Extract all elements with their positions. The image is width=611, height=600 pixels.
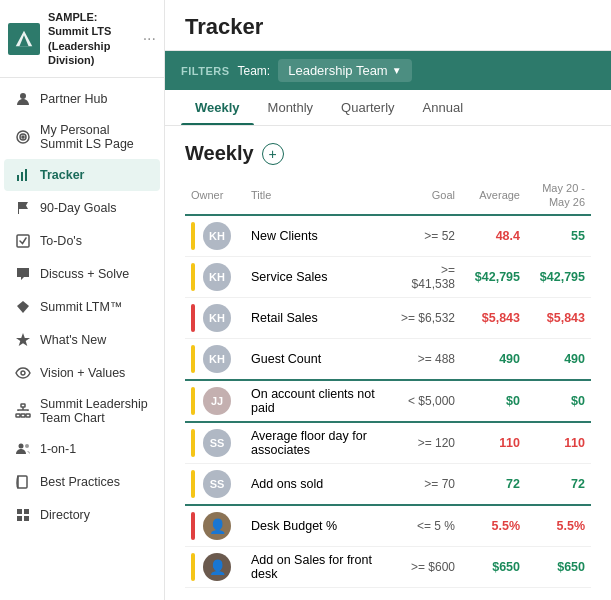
sidebar-item-vision-values[interactable]: Vision + Values	[4, 357, 160, 389]
row-average: $42,795	[461, 256, 526, 297]
row-goal: <= 5 %	[391, 505, 461, 547]
team-filter-select[interactable]: Leadership Team ▼	[278, 59, 411, 82]
row-weekly-value: $42,795	[526, 256, 591, 297]
tab-monthly[interactable]: Monthly	[254, 90, 328, 125]
star-icon	[14, 331, 32, 349]
filters-label: FILTERS	[181, 65, 230, 77]
main-content: Tracker FILTERS Team: Leadership Team ▼ …	[165, 0, 611, 600]
table-row: SSAverage floor day for associates>= 120…	[185, 422, 591, 464]
col-header-date: May 20 - May 26	[526, 177, 591, 215]
svg-rect-8	[21, 404, 25, 407]
sidebar-item-best-practices[interactable]: Best Practices	[4, 466, 160, 498]
sidebar-item-directory[interactable]: Directory	[4, 499, 160, 531]
owner-cell: SS	[185, 422, 245, 464]
sidebar-item-my-personal-summit[interactable]: My Personal Summit LS Page	[4, 116, 160, 158]
priority-indicator	[191, 512, 195, 540]
sidebar-item-partner-hub[interactable]: Partner Hub	[4, 83, 160, 115]
avatar: SS	[203, 429, 231, 457]
table-row: 👤Add on Sales for front desk>= $600$650$…	[185, 546, 591, 587]
row-average: 5.5%	[461, 505, 526, 547]
sidebar-item-whats-new[interactable]: What's New	[4, 324, 160, 356]
tab-weekly[interactable]: Weekly	[181, 90, 254, 125]
row-goal: >= 488	[391, 338, 461, 380]
sidebar-header: SAMPLE: Summit LTS (Leadership Division)…	[0, 0, 164, 78]
owner-cell: KH	[185, 256, 245, 297]
owner-cell: KH	[185, 338, 245, 380]
row-goal: >= $6,532	[391, 297, 461, 338]
section-header: Weekly +	[185, 142, 591, 165]
flag-icon	[14, 199, 32, 217]
sidebar-item-to-dos[interactable]: To-Do's	[4, 225, 160, 257]
svg-rect-14	[17, 509, 22, 514]
row-title: Service Sales	[245, 256, 391, 297]
priority-indicator	[191, 263, 195, 291]
avatar: 👤	[203, 512, 231, 540]
row-average: 48.4	[461, 215, 526, 257]
row-average: 72	[461, 463, 526, 505]
sidebar-item-label: Partner Hub	[40, 92, 107, 106]
target-icon	[14, 128, 32, 146]
chevron-down-icon: ▼	[392, 65, 402, 76]
sidebar-item-90-day-goals[interactable]: 90-Day Goals	[4, 192, 160, 224]
sidebar: SAMPLE: Summit LTS (Leadership Division)…	[0, 0, 165, 600]
row-weekly-value: 55	[526, 215, 591, 257]
table-row: 👤Desk Budget %<= 5 %5.5%5.5%	[185, 505, 591, 547]
page-title: Tracker	[185, 14, 591, 40]
row-average: 490	[461, 338, 526, 380]
row-title: Average floor day for associates	[245, 422, 391, 464]
row-goal: >= 52	[391, 215, 461, 257]
row-goal: >= 70	[391, 463, 461, 505]
avatar: KH	[203, 345, 231, 373]
sidebar-item-summit-ltm[interactable]: Summit LTM™	[4, 291, 160, 323]
sidebar-item-label: My Personal Summit LS Page	[40, 123, 150, 151]
checkbox-icon	[14, 232, 32, 250]
priority-indicator	[191, 345, 195, 373]
row-title: Guest Count	[245, 338, 391, 380]
row-title: Desk Budget %	[245, 505, 391, 547]
sidebar-item-label: 1-on-1	[40, 442, 76, 456]
svg-point-13	[25, 444, 29, 448]
sidebar-item-label: Summit LTM™	[40, 300, 122, 314]
table-row: JJOn account clients not paid< $5,000$0$…	[185, 380, 591, 422]
row-goal: >= $41,538	[391, 256, 461, 297]
section-title: Weekly	[185, 142, 254, 165]
svg-point-5	[22, 136, 24, 138]
row-title: Retail Sales	[245, 297, 391, 338]
row-average: $650	[461, 546, 526, 587]
chart-icon	[14, 166, 32, 184]
person-icon	[14, 90, 32, 108]
team-label: Team:	[238, 64, 271, 78]
sidebar-item-label: To-Do's	[40, 234, 82, 248]
sidebar-item-discuss-solve[interactable]: Discuss + Solve	[4, 258, 160, 290]
table-row: SSAdd ons sold>= 707272	[185, 463, 591, 505]
more-icon[interactable]: ···	[143, 30, 156, 48]
row-title: Add on Sales for front desk	[245, 546, 391, 587]
sidebar-item-label: Directory	[40, 508, 90, 522]
sidebar-item-label: Discuss + Solve	[40, 267, 129, 281]
avatar: JJ	[203, 387, 231, 415]
priority-indicator	[191, 222, 195, 250]
svg-rect-11	[26, 414, 30, 417]
row-weekly-value: $650	[526, 546, 591, 587]
row-weekly-value: 490	[526, 338, 591, 380]
sidebar-item-leadership-chart[interactable]: Summit Leadership Team Chart	[4, 390, 160, 432]
row-title: On account clients not paid	[245, 380, 391, 422]
svg-rect-9	[16, 414, 20, 417]
tab-annual[interactable]: Annual	[409, 90, 477, 125]
sidebar-item-tracker[interactable]: Tracker	[4, 159, 160, 191]
eye-icon	[14, 364, 32, 382]
svg-rect-16	[17, 516, 22, 521]
sidebar-item-label: 90-Day Goals	[40, 201, 116, 215]
row-weekly-value: 5.5%	[526, 505, 591, 547]
svg-point-2	[20, 93, 26, 99]
add-item-button[interactable]: +	[262, 143, 284, 165]
tabs-bar: Weekly Monthly Quarterly Annual	[165, 90, 611, 126]
tab-quarterly[interactable]: Quarterly	[327, 90, 408, 125]
row-weekly-value: 72	[526, 463, 591, 505]
sidebar-item-1-on-1[interactable]: 1-on-1	[4, 433, 160, 465]
priority-indicator	[191, 470, 195, 498]
col-header-title: Title	[245, 177, 391, 215]
owner-cell: JJ	[185, 380, 245, 422]
row-average: 110	[461, 422, 526, 464]
svg-rect-6	[17, 235, 29, 247]
